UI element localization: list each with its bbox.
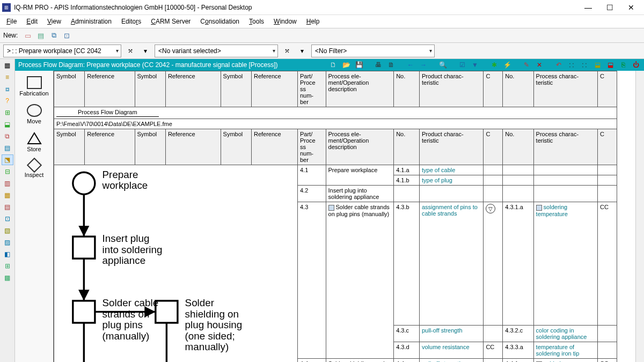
rail-diagram-icon[interactable]: ⬔ [2,154,13,165]
rail-r1-icon[interactable]: ⊟ [2,166,13,177]
scrollbar-vertical[interactable] [635,71,644,362]
delete-icon[interactable]: ✕ [535,60,544,70]
variant-select[interactable]: <No variant selected> [155,45,278,57]
proc-char[interactable]: temperature of soldering iron tip [533,342,597,359]
save-icon[interactable]: 💾 [354,60,364,70]
panel-title: Process Flow Diagram: Prepare workplace … [18,61,325,69]
prod-char[interactable] [419,186,483,202]
circle-shape-icon [27,104,42,117]
minimize-button[interactable]: — [577,1,599,14]
new-node-icon[interactable]: ⊡ [62,31,71,40]
prod-no: 4.4.c [394,359,420,362]
new-doc-icon[interactable]: ▤ [36,31,46,40]
open-icon[interactable]: 📂 [341,60,351,70]
new-file-icon[interactable]: 🗋 [328,60,338,70]
filter-select[interactable]: <No Filter> [311,45,435,57]
proc-char[interactable] [533,175,597,186]
prod-char[interactable]: type of cable [419,165,483,175]
rail-r10-icon[interactable]: ▩ [2,272,13,283]
menu-administration[interactable]: Administration [67,16,116,27]
prod-char[interactable]: volume resistance [419,342,483,359]
prod-no: 4.1.a [394,165,420,175]
rail-matrix-icon[interactable]: ▤ [2,143,13,153]
col-reference: Reference [251,71,297,107]
menu-tools[interactable]: Tools [245,16,268,27]
print-icon[interactable]: 🖶 [374,60,383,70]
palette-label: Store [27,146,41,152]
maximize-button[interactable]: ☐ [599,1,620,14]
proc-class: CC [598,359,617,362]
rail-r4-icon[interactable]: ▤ [2,202,13,212]
rail-r8-icon[interactable]: ◧ [2,249,13,260]
p1-icon[interactable]: ⸬ [567,60,576,70]
flow-cell[interactable]: PrepareworkplaceInsert pluginto solderin… [54,165,298,363]
close-panel-icon[interactable]: ⏻ [631,60,641,70]
close-button[interactable]: ✕ [620,1,642,14]
workarea: ▦ ≡ ⧈ ? ⊞ ⬓ ⧉ ▤ ⬔ ⊟ ▥ ▦ ▤ ⊡ ▧ ▨ ◧ ⊞ ▩ Pr… [0,59,644,362]
menu-help[interactable]: Help [302,16,324,27]
menu-window[interactable]: Window [269,16,301,27]
filter-icon[interactable]: ▼ [470,60,480,70]
rail-r3-icon[interactable]: ▦ [2,190,13,201]
find-icon[interactable]: 🔍 [438,60,448,70]
proc-no: 4.3.1.a [503,202,533,326]
rail-r2-icon[interactable]: ▥ [2,178,13,189]
rail-flow-icon[interactable]: ⧉ [2,131,13,142]
form-icon[interactable]: ☑ [457,60,467,70]
rail-r5-icon[interactable]: ⊡ [2,213,13,224]
back-icon[interactable]: ← [406,60,415,70]
palette-fabrication[interactable]: Fabrication [15,74,53,99]
menu-carm-server[interactable]: CARM Server [147,16,195,27]
new-chart-icon[interactable]: ⧉ [49,31,58,40]
undo-icon[interactable]: ↶ [554,60,564,70]
rail-r6-icon[interactable]: ▧ [2,225,13,236]
proc-char[interactable]: soldering temperature [533,359,597,362]
menu-editors[interactable]: Editors [117,16,145,27]
grid-scroll[interactable]: Symbol Reference Symbol Reference Symbol… [54,71,635,362]
new-structure-icon[interactable]: ▭ [23,31,33,40]
rail-help-icon[interactable]: ? [2,95,13,106]
prod-char[interactable]: assignment of pins to cable strands [419,202,483,326]
star-icon[interactable]: ✱ [489,60,499,70]
proc-char[interactable] [533,186,597,202]
menu-consolidation[interactable]: Consolidation [196,16,244,27]
sync2-icon[interactable]: ⤱ [281,45,293,57]
proc-class [598,326,617,342]
sync-icon[interactable]: ⤱ [125,45,136,57]
forward-icon[interactable]: → [419,60,428,70]
edit-icon[interactable]: ✎ [522,60,531,70]
rail-net-icon[interactable]: ⬓ [2,119,13,130]
rail-list-icon[interactable]: ≡ [2,72,13,83]
dropdown-icon[interactable]: ▾ [140,45,151,57]
menu-edit[interactable]: Edit [22,16,42,27]
rail-tree-icon[interactable]: ⧈ [2,84,13,94]
menu-view[interactable]: View [43,16,65,27]
rail-grid-icon[interactable]: ▦ [2,60,13,71]
exit-icon[interactable]: ⎘ [618,60,628,70]
part-number: 4.3 [297,202,326,359]
prod-class [484,186,503,202]
palette-store[interactable]: Store [15,130,53,154]
rail-r7-icon[interactable]: ▨ [2,237,13,248]
palette-move[interactable]: Move [15,102,53,127]
proc-char[interactable] [533,165,597,175]
prod-char[interactable]: pull-off strength [419,359,483,362]
rail-struct-icon[interactable]: ⊞ [2,107,13,118]
dropdown2-icon[interactable]: ▾ [296,45,308,57]
p2-icon[interactable]: ⸬ [580,60,589,70]
pin2-icon[interactable]: ⬓ [605,60,615,70]
menu-file[interactable]: File [2,16,21,27]
prod-char[interactable]: pull-off strength [419,326,483,342]
proc-char[interactable]: soldering temperature [533,202,597,326]
proc-class [598,186,617,202]
proc-char[interactable]: color coding in soldering appliance [533,326,597,342]
bolt-icon[interactable]: ⚡ [502,60,512,70]
rail-r9-icon[interactable]: ⊞ [2,261,13,271]
part-number: 4.2 [297,186,326,202]
structure-select[interactable]: > ⸬ Prepare workplace [CC 2042 [3,45,121,57]
preview-icon[interactable]: 🗎 [386,60,396,70]
proc-class [598,175,617,186]
pin1-icon[interactable]: ⬓ [592,60,602,70]
prod-char[interactable]: type of plug [419,175,483,186]
palette-inspect[interactable]: Inspect [15,158,53,180]
